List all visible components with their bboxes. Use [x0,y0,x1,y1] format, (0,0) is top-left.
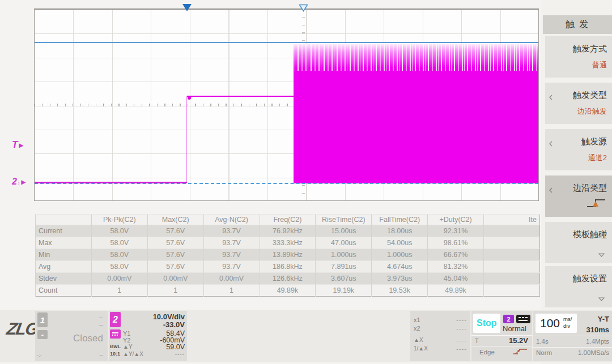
cell: 19.19k [316,285,372,297]
channel2-ground-marker[interactable]: 2↕▶ [12,177,26,187]
cell: 186.8kHz [260,261,316,273]
trigger-menu-title: 触 发 [543,15,612,34]
col-header-blank [36,215,92,225]
menu-item-template-trigger[interactable]: 模板触碰 [545,222,612,263]
menu-item-trigger-type[interactable]: 触发类型 边沿触发 [545,83,612,124]
rising-edge-icon [586,197,606,212]
channel2-badge: 2 [110,312,121,327]
timebase-status-block[interactable]: 100 ms/ div Y-T 310ms 1.4s 1.4Mpts Norm … [533,311,612,361]
menu-item-trigger-source[interactable]: 触发源 通道2 [545,129,612,170]
chevron-down-icon [598,249,605,259]
cell: 15.00us [316,225,372,237]
col-header-max: Max(C2) [147,215,203,225]
channel1-status-block[interactable]: 1 -- -- - Closed -:- -- [35,311,108,361]
measurement-table: Pk-Pk(C2) Max(C2) Avg-N(C2) Freq(C2) Ris… [35,214,540,297]
status-bar: ZLG® 1 -- -- - Closed -:- -- 2 10.0V/div… [0,310,612,362]
x2-label: x2 [414,325,420,332]
brand-text: ZLG [5,319,39,338]
capture-duration: 1.4s [536,338,549,345]
trigger-level-marker[interactable]: T▶ [12,139,23,151]
cell: 333.3kHz [260,237,316,249]
submenu-left-arrow-icon [549,139,553,149]
table-row-min: Min 58.0V 57.6V 93.7V 13.89kHz 1.000us 1… [36,249,540,261]
table-row-avg: Avg 58.0V 57.6V 93.7V 186.8kHz 7.891us 4… [36,261,540,273]
display-memory-icon [516,315,530,323]
cell: 93.7V [203,249,260,261]
x-cursor-block[interactable]: x1 ---- x2 ---- ▲X ---- 1/▲X ---- [410,311,470,361]
cell: 57.6V [147,225,203,237]
memory-depth: 1.4Mpts [586,338,609,345]
cell: 3.607us [316,273,372,285]
cell [484,285,540,297]
menu-item-label: 触发方式 [573,44,607,54]
trigger-menu-title-text: 触 发 [566,19,589,31]
delta-y-label: ▲Y [123,344,133,350]
channel2-status-block[interactable]: 2 10.0V/div -33.0V Y1 58.4V Y2 -600mV Bw… [109,311,187,361]
menu-item-label: 触发源 [581,136,607,147]
row-label: Avg [36,261,92,273]
table-row-max: Max 58.0V 57.6V 93.7V 333.3kHz 47.00us 5… [36,237,540,249]
cell: 57.6V [147,249,203,261]
cell: 93.7V [203,261,260,273]
trigger-type-label: Edge [479,349,495,356]
cell: 93.7V [203,225,260,237]
table-row-count: Count 1 1 1 49.89k 19.19k 19.53k 49.89k [36,285,540,297]
trigger-source-number: 2 [507,316,510,323]
delta-y-over-x-value: ---- [175,351,185,357]
cell [484,249,540,261]
x2-value: ---- [456,325,467,332]
inverse-delta-x-label: 1/▲X [414,345,428,352]
channel2-offset: -33.0V [163,320,185,329]
cursor-y1-line[interactable] [35,42,538,43]
cell: 47.00us [316,237,372,249]
acquisition-mode: Norm [536,349,552,356]
channel1-extra: -- [99,352,103,358]
bandwidth-limit-badge: BwL [110,344,121,349]
trigger-status-block[interactable]: Stop 2 Normal T 15.2V Edge [471,311,532,361]
cell: 0.00mV [91,273,147,285]
minus-label: - [41,331,44,339]
trigger-mode: Normal [503,324,526,333]
edge-trigger-icon [513,347,528,358]
menu-item-trigger-mode[interactable]: 触发方式 普通 [545,36,612,78]
channel2-burst-body [294,71,539,183]
row-label: Count [36,285,92,297]
menu-item-label: 边沿类型 [573,183,607,194]
cell: 18.00us [372,225,428,237]
right-arrow-icon: ▶ [19,142,23,148]
trigger-position-marker-icon[interactable] [182,4,192,11]
timebase-scale-box[interactable]: 100 ms/ div [536,314,577,333]
cell: 49.89k [260,285,316,297]
menu-item-value: 普通 [592,60,607,70]
delta-y-value: 59.0V [166,343,185,351]
col-header-falltime: FallTime(C2) [372,215,428,225]
menu-item-trigger-settings[interactable]: 触发设置 [545,266,612,307]
cell: 0.00mV [203,273,260,285]
channel2-mid-level-trace [187,96,294,97]
channel2-baseline-trace [35,182,187,183]
cursor-y1-label: Y1 [123,330,130,337]
menu-item-edge-type[interactable]: 边沿类型 [545,175,612,217]
row-label: Current [36,225,92,237]
cell: 19.53k [372,285,428,297]
cell: 57.6V [147,261,203,273]
cell: 1 [147,285,203,297]
menu-item-label: 模板触碰 [573,229,607,240]
channel2-burst-spikes [294,44,539,71]
trigger-source-badge: 2 [503,315,514,323]
row-label: Min [36,249,92,261]
cell: 126.6kHz [260,273,316,285]
right-arrow-icon: ▶ [21,179,26,185]
cell [484,273,540,285]
cell [484,261,540,273]
dc-coupling-icon [110,329,121,339]
col-header-duty: +Duty(C2) [428,215,484,225]
run-state-box[interactable]: Stop [473,314,500,333]
waveform-display[interactable] [34,8,539,201]
col-header-item: Ite [484,215,540,225]
cell: 92.31% [428,225,484,237]
cell: 58.0V [91,249,147,261]
cell: 1 [203,285,260,297]
cell: 13.89kHz [260,249,316,261]
delay-reference-marker-icon[interactable] [299,4,308,14]
